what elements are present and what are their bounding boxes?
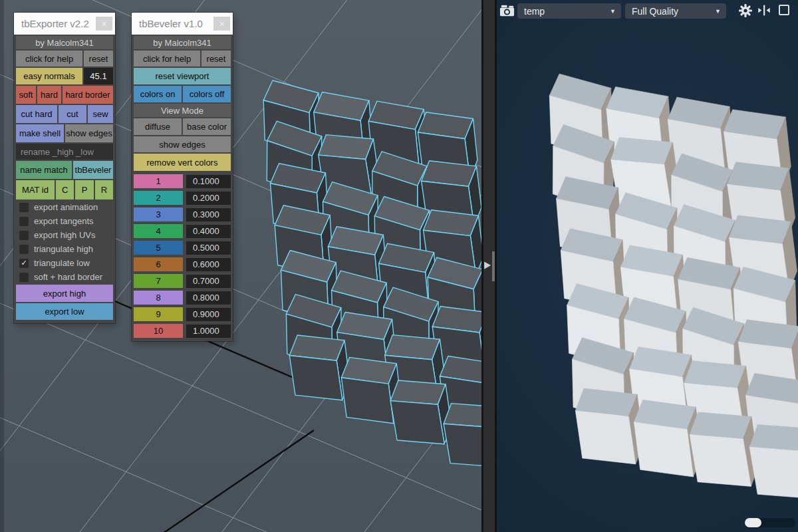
checkbox-label: export animation <box>34 202 98 212</box>
tbexporter-panel: tbExporter v2.2 × by Malcolm341 click fo… <box>14 13 115 323</box>
beveler-reset-button[interactable]: reset <box>201 51 231 66</box>
checkbox-box[interactable] <box>19 245 29 254</box>
cut-button[interactable]: cut <box>59 105 86 123</box>
checkbox-triangulate-high[interactable]: triangulate high <box>16 243 113 255</box>
checkbox-box[interactable] <box>19 217 29 226</box>
bevel-preset-7-button[interactable]: 7 <box>134 274 183 288</box>
checkbox-label: export tangents <box>34 216 94 226</box>
bevel-preset-3-button[interactable]: 3 <box>134 207 183 221</box>
tbbeveler-launch-button[interactable]: tbBeveler <box>73 161 113 179</box>
quality-select-value: Full Quality <box>632 6 678 17</box>
bevel-preset-4-button[interactable]: 4 <box>134 224 183 238</box>
checkbox-export-tangents[interactable]: export tangents <box>16 215 113 227</box>
name-match-button[interactable]: name match <box>16 161 72 179</box>
mat-id-button[interactable]: MAT id <box>16 180 55 200</box>
checkbox-export-animation[interactable]: export animation <box>16 201 113 213</box>
bevel-value-3-field[interactable]: 0.3000 <box>186 208 231 221</box>
tbexporter-titlebar[interactable]: tbExporter v2.2 × <box>14 13 115 35</box>
mat-c-button[interactable]: C <box>56 180 74 200</box>
bevel-value-7-field[interactable]: 0.7000 <box>186 275 231 288</box>
chevron-down-icon: ▼ <box>715 8 721 15</box>
camera-select[interactable]: temp ▼ <box>517 3 621 19</box>
render-camera-icon[interactable] <box>499 4 515 17</box>
split-view-icon[interactable] <box>757 5 771 19</box>
exporter-help-button[interactable]: click for help <box>16 51 82 66</box>
easy-normals-button[interactable]: easy normals <box>16 68 82 84</box>
reset-viewport-button[interactable]: reset viewport <box>134 68 231 84</box>
bevel-row: 9 0.9000 <box>134 307 231 321</box>
bevel-row: 3 0.3000 <box>134 207 231 221</box>
close-icon[interactable]: × <box>213 17 230 31</box>
base-color-button[interactable]: base color <box>183 118 231 135</box>
maya-viewport[interactable]: tbExporter v2.2 × by Malcolm341 click fo… <box>0 0 481 532</box>
maximize-icon[interactable] <box>779 5 789 15</box>
bevel-preset-1-button[interactable]: 1 <box>134 174 183 188</box>
bevel-row: 4 0.4000 <box>134 224 231 238</box>
checkbox-label: triangulate low <box>34 258 90 268</box>
bevel-value-6-field[interactable]: 0.6000 <box>186 258 231 271</box>
bevel-value-4-field[interactable]: 0.4000 <box>186 225 231 238</box>
bevel-row: 8 0.8000 <box>134 291 231 305</box>
mat-p-button[interactable]: P <box>75 180 93 200</box>
beveler-show-edges-button[interactable]: show edges <box>134 136 231 152</box>
close-icon[interactable]: × <box>96 17 112 31</box>
checkbox-soft-hard-border[interactable]: soft + hard border <box>16 271 113 283</box>
splitter-handle[interactable] <box>492 251 495 281</box>
bevel-preset-10-button[interactable]: 10 <box>134 324 183 338</box>
bevel-value-2-field[interactable]: 0.2000 <box>186 192 231 205</box>
bevel-preset-2-button[interactable]: 2 <box>134 191 183 205</box>
chevron-down-icon: ▼ <box>610 8 616 15</box>
splitter-expand-icon[interactable]: ▶ <box>484 257 491 273</box>
checkbox-triangulate-low[interactable]: ✓ triangulate low <box>16 257 113 269</box>
checkbox-label: export high UVs <box>34 230 96 240</box>
export-high-button[interactable]: export high <box>16 285 113 302</box>
beveler-byline: by Malcolm341 <box>134 36 231 49</box>
bevel-value-5-field[interactable]: 0.5000 <box>186 241 231 255</box>
hard-border-button[interactable]: hard border <box>63 86 113 104</box>
bevel-preset-6-button[interactable]: 6 <box>134 257 183 271</box>
bevel-value-8-field[interactable]: 0.8000 <box>186 291 231 305</box>
rename-field[interactable]: rename _high _low <box>16 144 113 160</box>
settings-gear-icon[interactable] <box>737 3 753 21</box>
camera-select-value: temp <box>524 6 545 17</box>
tbexporter-title: tbExporter v2.2 <box>21 18 89 29</box>
bevel-preset-5-button[interactable]: 5 <box>134 241 183 255</box>
bevel-preset-8-button[interactable]: 8 <box>134 291 183 305</box>
checkbox-box[interactable] <box>19 273 29 282</box>
remove-vert-colors-button[interactable]: remove vert colors <box>134 154 231 171</box>
soft-button[interactable]: soft <box>16 86 36 104</box>
mat-r-button[interactable]: R <box>95 180 113 200</box>
quality-select[interactable]: Full Quality ▼ <box>625 3 726 19</box>
bevel-row: 6 0.6000 <box>134 257 231 271</box>
viewport-splitter[interactable]: ▶ <box>481 0 497 532</box>
checkbox-box[interactable] <box>19 231 29 240</box>
export-low-button[interactable]: export low <box>16 303 113 320</box>
tbbeveler-titlebar[interactable]: tbBeveler v1.0 × <box>132 13 233 35</box>
checkbox-label: triangulate high <box>34 244 93 254</box>
tbbeveler-title: tbBeveler v1.0 <box>139 18 203 29</box>
checkbox-export-high-uvs[interactable]: export high UVs <box>16 229 113 241</box>
bevel-row: 10 1.0000 <box>134 324 231 338</box>
show-edges-button[interactable]: show edges <box>65 124 113 142</box>
application-window: tbExporter v2.2 × by Malcolm341 click fo… <box>0 0 798 532</box>
diffuse-button[interactable]: diffuse <box>134 118 182 135</box>
colors-off-button[interactable]: colors off <box>183 86 231 102</box>
hard-button[interactable]: hard <box>37 86 61 104</box>
render-progress-bar <box>745 518 795 527</box>
bevel-value-1-field[interactable]: 0.1000 <box>186 175 231 188</box>
exporter-reset-button[interactable]: reset <box>84 51 113 66</box>
normal-angle-field[interactable]: 45.1 <box>84 68 113 84</box>
cut-hard-button[interactable]: cut hard <box>16 105 57 123</box>
make-shell-button[interactable]: make shell <box>16 124 64 142</box>
bevel-value-10-field[interactable]: 1.0000 <box>186 325 231 338</box>
view-mode-label: View Mode <box>134 104 231 117</box>
bevel-preset-9-button[interactable]: 9 <box>134 307 183 321</box>
colors-on-button[interactable]: colors on <box>134 86 182 102</box>
exporter-byline: by Malcolm341 <box>16 36 113 49</box>
checkbox-box[interactable]: ✓ <box>19 259 29 268</box>
checkbox-box[interactable] <box>19 203 29 212</box>
beveler-help-button[interactable]: click for help <box>134 51 200 66</box>
render-viewport[interactable]: temp ▼ Full Quality ▼ <box>497 0 798 532</box>
sew-button[interactable]: sew <box>88 105 113 123</box>
bevel-value-9-field[interactable]: 0.9000 <box>186 308 231 321</box>
